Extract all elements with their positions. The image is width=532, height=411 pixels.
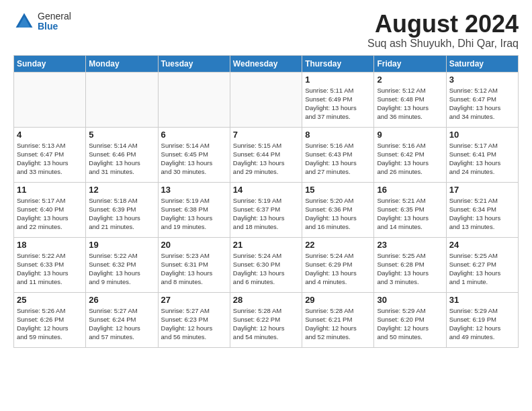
- day-info: Sunrise: 5:14 AMSunset: 6:46 PMDaylight:…: [89, 141, 154, 177]
- calendar-header-row: SundayMondayTuesdayWednesdayThursdayFrid…: [14, 55, 519, 72]
- title-block: August 2024 Suq ash Shuyukh, Dhi Qar, Ir…: [367, 11, 519, 50]
- day-info: Sunrise: 5:28 AMSunset: 6:21 PMDaylight:…: [305, 306, 371, 342]
- day-number: 12: [89, 185, 154, 195]
- column-header-sunday: Sunday: [14, 55, 86, 72]
- day-info: Sunrise: 5:12 AMSunset: 6:47 PMDaylight:…: [449, 86, 515, 122]
- day-info: Sunrise: 5:29 AMSunset: 6:19 PMDaylight:…: [449, 306, 515, 342]
- column-header-thursday: Thursday: [302, 55, 374, 72]
- calendar-cell: 23Sunrise: 5:25 AMSunset: 6:28 PMDayligh…: [374, 237, 446, 292]
- calendar-cell: [86, 72, 158, 127]
- calendar-week-row: 1Sunrise: 5:11 AMSunset: 6:49 PMDaylight…: [14, 72, 519, 127]
- calendar-cell: [230, 72, 302, 127]
- logo-text: General Blue: [38, 11, 71, 32]
- day-number: 31: [449, 295, 515, 305]
- calendar-cell: 11Sunrise: 5:17 AMSunset: 6:40 PMDayligh…: [14, 182, 86, 237]
- day-info: Sunrise: 5:25 AMSunset: 6:28 PMDaylight:…: [377, 251, 443, 287]
- day-info: Sunrise: 5:27 AMSunset: 6:24 PMDaylight:…: [89, 306, 154, 342]
- day-number: 21: [233, 240, 299, 250]
- calendar-cell: 21Sunrise: 5:24 AMSunset: 6:30 PMDayligh…: [230, 237, 302, 292]
- calendar-week-row: 4Sunrise: 5:13 AMSunset: 6:47 PMDaylight…: [14, 127, 519, 182]
- day-info: Sunrise: 5:26 AMSunset: 6:26 PMDaylight:…: [17, 306, 83, 342]
- day-number: 3: [449, 75, 515, 85]
- header: General Blue August 2024 Suq ash Shuyukh…: [13, 11, 519, 50]
- day-number: 13: [161, 185, 227, 195]
- day-info: Sunrise: 5:29 AMSunset: 6:20 PMDaylight:…: [377, 306, 443, 342]
- day-info: Sunrise: 5:27 AMSunset: 6:23 PMDaylight:…: [161, 306, 227, 342]
- day-info: Sunrise: 5:17 AMSunset: 6:40 PMDaylight:…: [17, 196, 83, 232]
- column-header-wednesday: Wednesday: [230, 55, 302, 72]
- logo-blue-text: Blue: [38, 21, 71, 32]
- calendar-cell: 3Sunrise: 5:12 AMSunset: 6:47 PMDaylight…: [446, 72, 518, 127]
- day-number: 22: [305, 240, 371, 250]
- calendar-cell: 31Sunrise: 5:29 AMSunset: 6:19 PMDayligh…: [446, 292, 518, 347]
- day-info: Sunrise: 5:19 AMSunset: 6:37 PMDaylight:…: [233, 196, 299, 232]
- page: General Blue August 2024 Suq ash Shuyukh…: [0, 0, 532, 411]
- calendar-cell: 7Sunrise: 5:15 AMSunset: 6:44 PMDaylight…: [230, 127, 302, 182]
- calendar-table: SundayMondayTuesdayWednesdayThursdayFrid…: [13, 55, 519, 348]
- day-number: 1: [305, 75, 371, 85]
- day-number: 20: [161, 240, 227, 250]
- calendar-cell: [14, 72, 86, 127]
- day-info: Sunrise: 5:14 AMSunset: 6:45 PMDaylight:…: [161, 141, 227, 177]
- day-info: Sunrise: 5:23 AMSunset: 6:31 PMDaylight:…: [161, 251, 227, 287]
- calendar-cell: 30Sunrise: 5:29 AMSunset: 6:20 PMDayligh…: [374, 292, 446, 347]
- column-header-friday: Friday: [374, 55, 446, 72]
- day-info: Sunrise: 5:22 AMSunset: 6:32 PMDaylight:…: [89, 251, 154, 287]
- day-number: 5: [89, 130, 154, 140]
- calendar-cell: 26Sunrise: 5:27 AMSunset: 6:24 PMDayligh…: [86, 292, 158, 347]
- day-number: 19: [89, 240, 154, 250]
- column-header-tuesday: Tuesday: [158, 55, 230, 72]
- day-info: Sunrise: 5:17 AMSunset: 6:41 PMDaylight:…: [449, 141, 515, 177]
- month-year: August 2024: [367, 11, 519, 38]
- logo: General Blue: [13, 11, 71, 32]
- calendar-cell: [158, 72, 230, 127]
- day-info: Sunrise: 5:25 AMSunset: 6:27 PMDaylight:…: [449, 251, 515, 287]
- day-number: 16: [377, 185, 443, 195]
- calendar-cell: 18Sunrise: 5:22 AMSunset: 6:33 PMDayligh…: [14, 237, 86, 292]
- calendar-cell: 1Sunrise: 5:11 AMSunset: 6:49 PMDaylight…: [302, 72, 374, 127]
- column-header-monday: Monday: [86, 55, 158, 72]
- calendar-cell: 5Sunrise: 5:14 AMSunset: 6:46 PMDaylight…: [86, 127, 158, 182]
- day-info: Sunrise: 5:16 AMSunset: 6:43 PMDaylight:…: [305, 141, 371, 177]
- day-number: 15: [305, 185, 371, 195]
- day-number: 8: [305, 130, 371, 140]
- day-number: 24: [449, 240, 515, 250]
- day-number: 11: [17, 185, 83, 195]
- logo-icon: [13, 11, 35, 32]
- day-number: 26: [89, 295, 154, 305]
- calendar-cell: 14Sunrise: 5:19 AMSunset: 6:37 PMDayligh…: [230, 182, 302, 237]
- day-info: Sunrise: 5:28 AMSunset: 6:22 PMDaylight:…: [233, 306, 299, 342]
- day-info: Sunrise: 5:16 AMSunset: 6:42 PMDaylight:…: [377, 141, 443, 177]
- day-info: Sunrise: 5:15 AMSunset: 6:44 PMDaylight:…: [233, 141, 299, 177]
- day-number: 7: [233, 130, 299, 140]
- calendar-cell: 16Sunrise: 5:21 AMSunset: 6:35 PMDayligh…: [374, 182, 446, 237]
- day-info: Sunrise: 5:11 AMSunset: 6:49 PMDaylight:…: [305, 86, 371, 122]
- calendar-cell: 24Sunrise: 5:25 AMSunset: 6:27 PMDayligh…: [446, 237, 518, 292]
- calendar-cell: 27Sunrise: 5:27 AMSunset: 6:23 PMDayligh…: [158, 292, 230, 347]
- calendar-week-row: 18Sunrise: 5:22 AMSunset: 6:33 PMDayligh…: [14, 237, 519, 292]
- day-number: 2: [377, 75, 443, 85]
- day-info: Sunrise: 5:18 AMSunset: 6:39 PMDaylight:…: [89, 196, 154, 232]
- day-info: Sunrise: 5:20 AMSunset: 6:36 PMDaylight:…: [305, 196, 371, 232]
- calendar-cell: 28Sunrise: 5:28 AMSunset: 6:22 PMDayligh…: [230, 292, 302, 347]
- calendar-cell: 9Sunrise: 5:16 AMSunset: 6:42 PMDaylight…: [374, 127, 446, 182]
- day-info: Sunrise: 5:21 AMSunset: 6:34 PMDaylight:…: [449, 196, 515, 232]
- calendar-week-row: 11Sunrise: 5:17 AMSunset: 6:40 PMDayligh…: [14, 182, 519, 237]
- logo-general-text: General: [38, 11, 71, 21]
- calendar-cell: 25Sunrise: 5:26 AMSunset: 6:26 PMDayligh…: [14, 292, 86, 347]
- calendar-cell: 2Sunrise: 5:12 AMSunset: 6:48 PMDaylight…: [374, 72, 446, 127]
- day-number: 27: [161, 295, 227, 305]
- day-info: Sunrise: 5:24 AMSunset: 6:30 PMDaylight:…: [233, 251, 299, 287]
- calendar-cell: 15Sunrise: 5:20 AMSunset: 6:36 PMDayligh…: [302, 182, 374, 237]
- calendar-cell: 17Sunrise: 5:21 AMSunset: 6:34 PMDayligh…: [446, 182, 518, 237]
- calendar-cell: 6Sunrise: 5:14 AMSunset: 6:45 PMDaylight…: [158, 127, 230, 182]
- day-number: 10: [449, 130, 515, 140]
- day-number: 9: [377, 130, 443, 140]
- calendar-cell: 13Sunrise: 5:19 AMSunset: 6:38 PMDayligh…: [158, 182, 230, 237]
- location: Suq ash Shuyukh, Dhi Qar, Iraq: [367, 38, 519, 50]
- day-info: Sunrise: 5:13 AMSunset: 6:47 PMDaylight:…: [17, 141, 83, 177]
- day-info: Sunrise: 5:22 AMSunset: 6:33 PMDaylight:…: [17, 251, 83, 287]
- day-info: Sunrise: 5:12 AMSunset: 6:48 PMDaylight:…: [377, 86, 443, 122]
- day-info: Sunrise: 5:21 AMSunset: 6:35 PMDaylight:…: [377, 196, 443, 232]
- day-number: 6: [161, 130, 227, 140]
